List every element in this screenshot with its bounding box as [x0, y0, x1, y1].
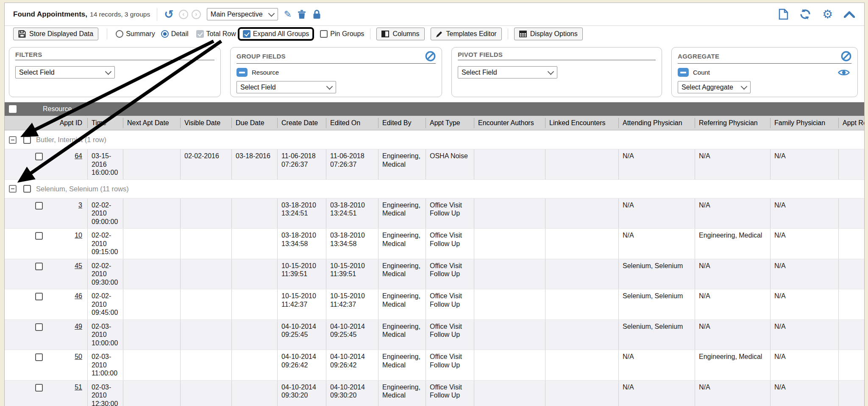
cell: 04-10-2014 09:25:45 [277, 320, 326, 350]
total-row-checkbox[interactable] [196, 30, 204, 38]
column-header-time[interactable]: Time [87, 118, 123, 128]
next-perspective-icon[interactable]: › [192, 10, 201, 19]
cell: N/A [695, 320, 770, 350]
cell: 10-15-2010 11:39:51 [277, 259, 326, 289]
cell [180, 381, 231, 406]
column-header-appt-type[interactable]: Appt Type [426, 118, 474, 128]
cell: 03-18-2010 13:34:58 [326, 229, 378, 259]
undo-icon[interactable]: ↺ [164, 8, 174, 20]
cell: N/A [695, 149, 770, 179]
expand-all-groups-checkbox[interactable] [243, 30, 250, 38]
appt-id-link[interactable]: 46 [75, 292, 87, 300]
cell-appt-id: 50 [5, 350, 87, 380]
group-field-bar: Resource [5, 102, 865, 116]
group-collapse-toggle[interactable] [9, 185, 17, 193]
cell [180, 320, 231, 350]
pin-groups-option[interactable]: Pin Groups [320, 30, 364, 38]
cell: Engineering, Medical [378, 149, 426, 179]
filters-field-select[interactable]: Select Field [15, 66, 115, 78]
column-header-attending-physician[interactable]: Attending Physician [618, 118, 695, 128]
table-row: 5002-03-2010 11:00:0004-10-2014 09:26:42… [5, 350, 865, 380]
row-checkbox[interactable] [35, 232, 43, 240]
appt-id-link[interactable]: 10 [75, 231, 87, 240]
column-header-edited-on[interactable]: Edited On [326, 118, 378, 128]
remove-count-chip-icon[interactable] [678, 68, 689, 77]
templates-editor-button[interactable]: Templates Editor [431, 28, 502, 40]
summary-radio[interactable] [116, 30, 123, 38]
cell [545, 199, 618, 229]
column-header-appt-id[interactable]: Appt ID [5, 118, 87, 128]
group-collapse-toggle[interactable] [9, 136, 17, 144]
column-header-encounter-authors[interactable]: Encounter Authors [474, 118, 545, 128]
columns-button[interactable]: Columns [376, 28, 424, 40]
appt-id-link[interactable]: 3 [78, 201, 87, 210]
aggregate-select[interactable]: Select Aggregate [678, 81, 751, 93]
cell: 03-18-2016 [231, 149, 277, 179]
new-file-icon[interactable] [779, 8, 788, 20]
delete-perspective-icon[interactable] [298, 9, 306, 19]
cell: 02-03-2010 10:00:00 [87, 320, 123, 350]
row-checkbox[interactable] [35, 353, 43, 361]
cell [474, 229, 545, 259]
row-checkbox[interactable] [35, 384, 43, 392]
cell: N/A [695, 289, 770, 319]
cell: N/A [770, 149, 838, 179]
prev-perspective-icon[interactable]: ‹ [179, 10, 188, 19]
store-displayed-data-button[interactable]: Store Displayed Data [13, 28, 98, 40]
table-row: 6403-15-2016 16:00:0002-02-201603-18-201… [5, 149, 865, 179]
column-header-next-apt-date[interactable]: Next Apt Date [123, 118, 180, 128]
pivot-field-select[interactable]: Select Field [458, 66, 557, 78]
summary-radio-option[interactable]: Summary [116, 30, 155, 38]
detail-radio[interactable] [161, 30, 169, 38]
row-checkbox[interactable] [35, 263, 43, 270]
cell: Selenium, Selenium [618, 259, 695, 289]
table-row: 302-02-2010 09:00:0003-18-2010 13:24:510… [5, 198, 865, 229]
group-checkbox[interactable] [23, 185, 31, 193]
row-checkbox[interactable] [35, 202, 43, 210]
group-checkbox[interactable] [23, 136, 31, 144]
pin-groups-checkbox[interactable] [320, 30, 328, 38]
appt-id-link[interactable]: 45 [75, 262, 87, 270]
row-checkbox[interactable] [35, 153, 43, 160]
perspective-select[interactable]: Main Perspective [207, 8, 278, 20]
row-checkbox[interactable] [35, 323, 43, 331]
display-options-button[interactable]: Display Options [514, 28, 583, 40]
appt-id-link[interactable]: 51 [75, 383, 87, 392]
group-field-select[interactable]: Select Field [236, 81, 336, 93]
remove-resource-chip-icon[interactable] [236, 68, 248, 77]
eye-icon[interactable] [838, 69, 850, 76]
cell: N/A [695, 199, 770, 229]
cell [838, 320, 865, 350]
detail-radio-option[interactable]: Detail [161, 30, 189, 38]
column-header-due-date[interactable]: Due Date [231, 118, 277, 128]
cell: Office Visit Follow Up [426, 229, 474, 259]
appt-id-link[interactable]: 50 [75, 353, 87, 361]
pivot-select-wrap: Select Field [458, 66, 557, 78]
column-header-visible-date[interactable]: Visible Date [180, 118, 231, 128]
edit-perspective-icon[interactable]: ✎ [284, 10, 292, 19]
gear-icon[interactable]: ⚙ [822, 8, 833, 20]
column-header-appt-re[interactable]: Appt Re [838, 118, 865, 128]
appt-id-link[interactable]: 64 [75, 152, 87, 160]
cell: N/A [770, 229, 838, 259]
collapse-panel-icon[interactable] [844, 11, 855, 18]
cell: 03-18-2010 13:24:51 [277, 199, 326, 229]
column-header-family-physician[interactable]: Family Physician [770, 118, 838, 128]
cell [838, 289, 865, 319]
clear-group-fields-icon[interactable] [425, 51, 436, 62]
clear-aggregate-icon[interactable] [841, 51, 851, 62]
cell [838, 350, 865, 380]
select-all-checkbox[interactable] [9, 105, 17, 113]
cell [474, 320, 545, 350]
cell: N/A [770, 259, 838, 289]
column-header-referring-physician[interactable]: Referring Physician [695, 118, 770, 128]
row-checkbox[interactable] [35, 293, 43, 300]
column-header-create-date[interactable]: Create Date [277, 118, 326, 128]
appt-id-link[interactable]: 49 [75, 322, 87, 331]
column-header-edited-by[interactable]: Edited By [378, 118, 426, 128]
total-row-option[interactable]: Total Row [196, 30, 236, 38]
column-header-linked-encounters[interactable]: Linked Encounters [545, 118, 618, 128]
cell [231, 259, 277, 289]
lock-perspective-icon[interactable] [313, 9, 321, 20]
refresh-icon[interactable] [799, 8, 811, 20]
